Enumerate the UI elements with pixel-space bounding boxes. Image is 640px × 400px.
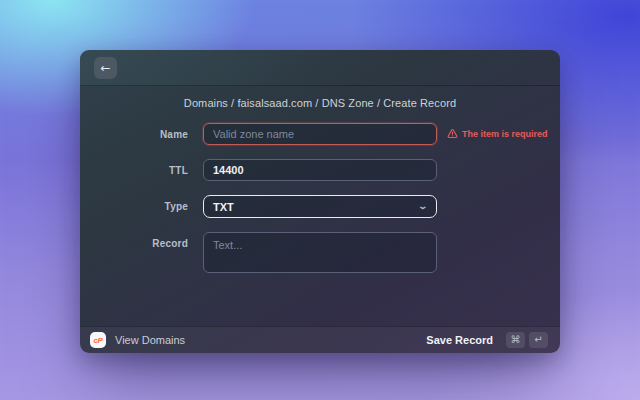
form-row-ttl: TTL (80, 159, 560, 181)
modal-header: ← (80, 50, 560, 86)
form-row-record: Record (80, 232, 560, 273)
save-record-button[interactable]: Save Record (426, 334, 493, 346)
name-field-label: Name (80, 123, 188, 140)
type-select[interactable]: TXT ⌄ (203, 195, 437, 218)
modal-body: Domains / faisalsaad.com / DNS Zone / Cr… (80, 86, 560, 326)
name-input[interactable] (203, 123, 437, 145)
command-key-icon[interactable]: ⌘ (506, 332, 525, 348)
ttl-field-label: TTL (80, 159, 188, 176)
create-record-form: Name The item is required (80, 123, 560, 273)
record-field-label: Record (80, 232, 188, 249)
type-select-value: TXT (213, 201, 234, 213)
form-row-name: Name The item is required (80, 123, 560, 145)
modal-footer: cP View Domains Save Record ⌘ ↵ (80, 326, 560, 353)
record-textarea[interactable] (203, 232, 437, 273)
ttl-input[interactable] (203, 159, 437, 181)
cpanel-logo: cP (90, 332, 106, 348)
view-domains-link[interactable]: View Domains (115, 334, 185, 346)
cpanel-logo-text: cP (94, 336, 103, 345)
name-error-message: The item is required (447, 128, 548, 139)
back-button[interactable]: ← (94, 57, 117, 79)
error-text: The item is required (462, 129, 548, 139)
create-record-modal: ← Domains / faisalsaad.com / DNS Zone / … (80, 50, 560, 353)
breadcrumb: Domains / faisalsaad.com / DNS Zone / Cr… (80, 97, 560, 109)
type-field-label: Type (80, 195, 188, 212)
arrow-left-icon: ← (100, 62, 110, 74)
return-key-icon[interactable]: ↵ (529, 332, 548, 348)
form-row-type: Type TXT ⌄ (80, 195, 560, 218)
chevron-down-icon: ⌄ (418, 202, 429, 211)
desktop-background: ← Domains / faisalsaad.com / DNS Zone / … (0, 0, 640, 400)
warning-triangle-icon (447, 128, 458, 139)
